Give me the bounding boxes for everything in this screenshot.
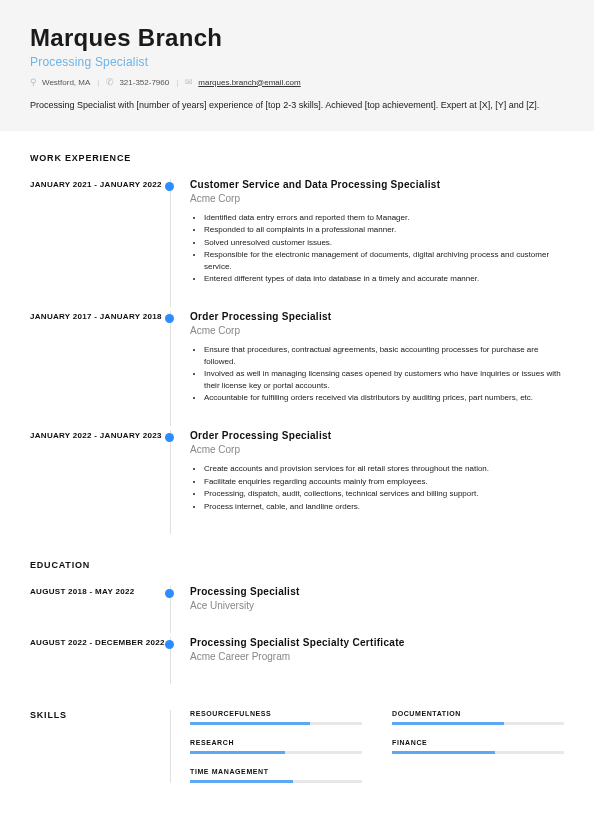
edu-entry: Processing SpecialistAce University (170, 586, 564, 611)
timeline-dot-icon (165, 182, 174, 191)
skill-name: RESOURCEFULNESS (190, 710, 362, 717)
edu-title: Processing Specialist Specialty Certific… (190, 637, 564, 648)
phone-text: 321-352-7960 (119, 78, 169, 87)
timeline-dot-icon (165, 314, 174, 323)
work-bullet: Involved as well in managing licensing c… (204, 368, 564, 391)
work-bullets: Create accounts and provision services f… (190, 463, 564, 512)
section-work-heading: WORK EXPERIENCE (30, 153, 170, 163)
work-company: Acme Corp (190, 444, 564, 455)
work-bullet: Solved unresolved customer issues. (204, 237, 564, 249)
work-bullets: Ensure that procedures, contractual agre… (190, 344, 564, 404)
work-title: Order Processing Specialist (190, 430, 564, 441)
header: Marques Branch Processing Specialist ⚲ W… (0, 0, 594, 131)
work-company: Acme Corp (190, 325, 564, 336)
timeline-dot-icon (165, 433, 174, 442)
skills-grid: RESOURCEFULNESSDOCUMENTATIONRESEARCHFINA… (170, 710, 564, 783)
skill-bar (190, 780, 362, 783)
contact-row: ⚲ Westford, MA | ✆ 321-352-7960 | ✉ marq… (30, 77, 564, 87)
work-dates: JANUARY 2022 - JANUARY 2023 (30, 430, 170, 441)
work-bullet: Create accounts and provision services f… (204, 463, 564, 475)
person-name: Marques Branch (30, 24, 564, 52)
edu-school: Acme Career Program (190, 651, 564, 662)
skill-name: TIME MANAGEMENT (190, 768, 362, 775)
work-bullets: Identified data entry errors and reporte… (190, 212, 564, 286)
skill-item: RESEARCH (190, 739, 362, 754)
skill-bar (392, 722, 564, 725)
location-text: Westford, MA (42, 78, 90, 87)
work-entry: Order Processing SpecialistAcme CorpCrea… (170, 430, 564, 512)
work-entry: Order Processing SpecialistAcme CorpEnsu… (170, 311, 564, 404)
skill-bar-fill (392, 722, 504, 725)
skill-bar-fill (190, 780, 293, 783)
work-company: Acme Corp (190, 193, 564, 204)
section-skills-heading: SKILLS (30, 710, 170, 720)
section-edu-heading: EDUCATION (30, 560, 170, 570)
edu-school: Ace University (190, 600, 564, 611)
work-bullet: Accountable for fulfilling orders receiv… (204, 392, 564, 404)
email-icon: ✉ (185, 77, 193, 87)
work-bullet: Entered different types of data into dat… (204, 273, 564, 285)
separator: | (176, 78, 178, 87)
location-icon: ⚲ (30, 77, 37, 87)
edu-dates: AUGUST 2022 - DECEMBER 2022 (30, 637, 170, 648)
skill-name: RESEARCH (190, 739, 362, 746)
body: WORK EXPERIENCE JANUARY 2021 - JANUARY 2… (0, 131, 594, 828)
phone-icon: ✆ (106, 77, 114, 87)
work-title: Customer Service and Data Processing Spe… (190, 179, 564, 190)
work-bullet: Ensure that procedures, contractual agre… (204, 344, 564, 367)
work-bullet: Identified data entry errors and reporte… (204, 212, 564, 224)
work-bullet: Processing, dispatch, audit, collections… (204, 488, 564, 500)
work-entry: Customer Service and Data Processing Spe… (170, 179, 564, 286)
work-bullet: Responded to all complaints in a profess… (204, 224, 564, 236)
skill-bar-fill (392, 751, 495, 754)
separator: | (97, 78, 99, 87)
skill-item: TIME MANAGEMENT (190, 768, 362, 783)
timeline-dot-icon (165, 640, 174, 649)
work-bullet: Responsible for the electronic managemen… (204, 249, 564, 272)
skill-bar (190, 722, 362, 725)
skill-bar (190, 751, 362, 754)
email-link[interactable]: marques.branch@email.com (198, 78, 300, 87)
work-bullet: Process internet, cable, and landline or… (204, 501, 564, 513)
edu-title: Processing Specialist (190, 586, 564, 597)
skill-item: RESOURCEFULNESS (190, 710, 362, 725)
edu-entry: Processing Specialist Specialty Certific… (170, 637, 564, 662)
work-dates: JANUARY 2017 - JANUARY 2018 (30, 311, 170, 322)
summary-text: Processing Specialist with [number of ye… (30, 99, 564, 113)
skill-bar (392, 751, 564, 754)
skill-item: FINANCE (392, 739, 564, 754)
edu-dates: AUGUST 2018 - MAY 2022 (30, 586, 170, 597)
work-dates: JANUARY 2021 - JANUARY 2022 (30, 179, 170, 190)
job-title-header: Processing Specialist (30, 55, 564, 69)
skill-name: DOCUMENTATION (392, 710, 564, 717)
skill-bar-fill (190, 722, 310, 725)
work-bullet: Facilitate enquiries regarding accounts … (204, 476, 564, 488)
skill-item: DOCUMENTATION (392, 710, 564, 725)
work-title: Order Processing Specialist (190, 311, 564, 322)
skill-name: FINANCE (392, 739, 564, 746)
skill-bar-fill (190, 751, 285, 754)
timeline-dot-icon (165, 589, 174, 598)
